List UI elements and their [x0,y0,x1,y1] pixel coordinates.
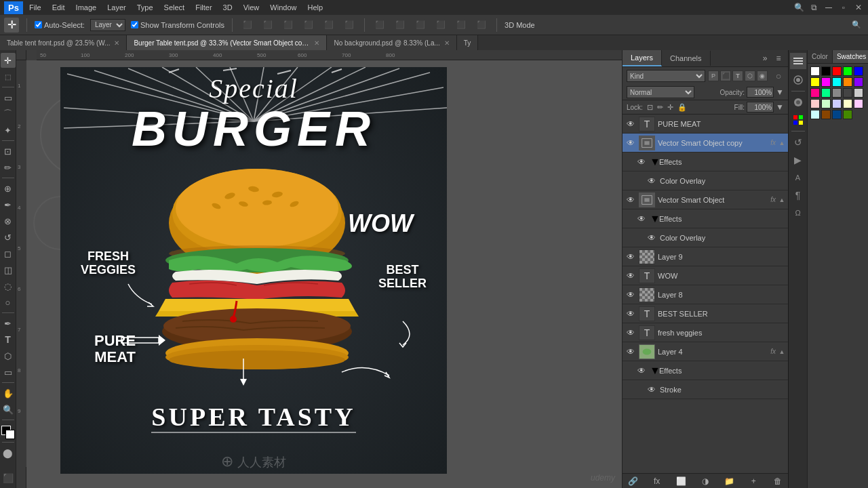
eraser-tool[interactable]: ◻ [1,246,16,261]
align-vcenter[interactable]: ⬛ [260,19,275,30]
pen-tool[interactable]: ✒ [1,316,16,331]
layer-pure-meat[interactable]: 👁 T PURE MEAT [623,115,788,134]
swatch-dark-blue[interactable] [832,110,842,119]
distribute-hcenter[interactable]: ⬛ [454,19,469,30]
menu-filter[interactable]: Filter [191,2,216,13]
layer-eye-best-seller[interactable]: 👁 [625,308,636,319]
paragraph-icon[interactable]: ¶ [790,187,806,203]
layer-eye-8[interactable]: 👁 [625,289,636,300]
artboard-tool[interactable]: ⬚ [1,69,16,84]
distribute-top[interactable]: ⬛ [372,19,387,30]
background-color[interactable] [5,430,15,439]
swatch-red[interactable] [832,66,842,76]
layer-effects-vso-copy[interactable]: 👁 ▼ Effects [623,152,788,171]
filter-shape-icon[interactable]: ⬡ [745,70,755,81]
swatch-light-red[interactable] [810,99,820,108]
tab-2[interactable]: Burger Table tent.psd @ 33.3% (Vector Sm… [127,35,327,50]
vso-effects-expand[interactable]: ▼ [650,213,656,225]
layer-eye-wow[interactable]: 👁 [625,270,636,281]
lock-transparency-icon[interactable]: ⊡ [647,103,653,112]
swatch-black[interactable] [821,66,831,76]
filter-smart-icon[interactable]: ◉ [757,70,768,81]
tab-3-close[interactable]: ✕ [444,39,450,47]
tab-1-close[interactable]: ✕ [114,39,119,47]
menu-ps[interactable]: Ps [4,1,23,14]
fill-arrow[interactable]: ▼ [776,102,784,112]
brush-tool[interactable]: ✒ [1,197,16,212]
link-layers-btn[interactable]: 🔗 [627,475,639,487]
crop-tool[interactable]: ⊡ [1,144,16,159]
new-adjustment-btn[interactable]: ◑ [699,475,711,487]
swatch-light-yellow[interactable] [843,99,852,108]
layer-vso[interactable]: 👁 Vector Smart Object fx ▲ [623,190,788,209]
l4-effects-expand[interactable]: ▼ [650,365,656,377]
swatch-light-green[interactable] [821,99,831,108]
search-icon[interactable]: 🔍 [849,19,864,30]
quick-mask-tool[interactable]: ⬤ [1,445,16,460]
close-btn[interactable]: ✕ [853,2,864,13]
layer-wow[interactable]: 👁 T WOW [623,266,788,285]
marquee-tool[interactable]: ▭ [1,90,16,105]
tab-layers[interactable]: Layers [623,50,662,66]
glyphs-icon[interactable]: Ω [790,205,806,221]
gradient-tool[interactable]: ◫ [1,262,16,277]
swatches-rail-icon[interactable] [790,112,806,128]
swatch-brown[interactable] [821,110,831,119]
layer-eye-vso[interactable]: 👁 [625,195,636,205]
tab-4[interactable]: Ty [457,35,479,50]
swatch-light-blue[interactable] [832,99,842,108]
menu-type[interactable]: Type [132,2,158,13]
filter-pixel-icon[interactable]: P [708,70,719,81]
menu-file[interactable]: File [24,2,46,13]
tab-3[interactable]: No background.psd @ 8.33% (La... ✕ [327,35,456,50]
distribute-bottom[interactable]: ⬛ [413,19,428,30]
auto-select-checkbox[interactable] [35,21,42,28]
layer-eye-vso-copy[interactable]: 👁 [625,138,636,148]
layer-eye-4[interactable]: 👁 [625,346,636,357]
menu-layer[interactable]: Layer [102,2,131,13]
menu-help[interactable]: Help [302,2,328,13]
swatch-dark-gray[interactable] [843,88,852,98]
eyedropper-tool[interactable]: ✏ [1,160,16,175]
align-top[interactable]: ⬛ [240,19,255,30]
color-rail-icon[interactable] [790,94,806,110]
swatch-light-cyan[interactable] [810,110,820,119]
clone-tool[interactable]: ⊗ [1,214,16,228]
history-brush-tool[interactable]: ↺ [1,230,16,245]
layer-visibility-eye[interactable]: 👁 [625,119,636,129]
opacity-input[interactable] [747,87,774,98]
layer-eye-fresh-veggies[interactable]: 👁 [625,327,636,338]
distribute-vcenter[interactable]: ⬛ [393,19,408,30]
layer-eye-color-overlay[interactable]: 👁 [646,176,657,186]
filter-toggle[interactable]: ○ [773,70,784,81]
lock-all-icon[interactable]: 🔒 [677,103,687,112]
swatch-dark-green[interactable] [843,110,852,119]
menu-window[interactable]: Window [265,2,301,13]
filter-adjustment-icon[interactable]: ⬛ [720,70,731,81]
menu-image[interactable]: Image [71,2,102,13]
swatch-pink[interactable] [810,88,820,98]
poster-document[interactable]: Special BURGER [60,67,447,474]
layer-effects-4[interactable]: 👁 ▼ Effects [623,361,788,380]
opacity-arrow[interactable]: ▼ [776,87,784,97]
layer-color-overlay-vso[interactable]: 👁 Color Overlay [623,228,788,247]
swatch-white[interactable] [810,66,820,76]
tab-channels[interactable]: Channels [662,51,710,66]
swatches-color-tab[interactable]: Color [808,50,833,63]
swatch-cyan[interactable] [832,77,842,87]
menu-view[interactable]: View [239,2,264,13]
menu-3d[interactable]: 3D [218,2,237,13]
layer-4[interactable]: 👁 Layer 4 fx ▲ [623,342,788,361]
zoom-tool[interactable]: 🔍 [1,402,16,417]
char-style-icon[interactable]: A [790,169,806,186]
path-tool[interactable]: ⬡ [1,348,16,363]
swatch-green[interactable] [843,66,852,76]
auto-select-dropdown[interactable]: Layer [90,19,125,31]
add-style-btn[interactable]: fx [651,475,663,487]
layer-eye-9[interactable]: 👁 [625,251,636,262]
tab-2-close[interactable]: ✕ [314,39,319,47]
swatches-tab-active[interactable]: Swatches [833,50,868,63]
menu-select[interactable]: Select [159,2,190,13]
canvas-area[interactable]: Special BURGER [26,60,622,488]
add-mask-btn[interactable]: ⬜ [675,475,687,487]
